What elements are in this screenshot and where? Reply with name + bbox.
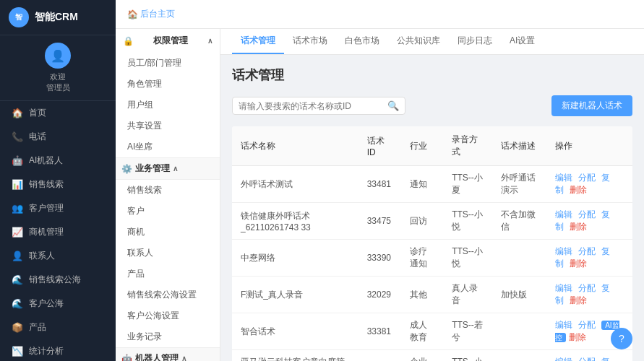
cell-desc: 不含加微信 [492,203,546,240]
cell-industry: 诊疗通知 [401,240,444,277]
assign-button[interactable]: 分配 [578,357,596,361]
sidebar-item-product[interactable]: 📦 产品 [0,316,116,339]
robot-mgmt-section-header[interactable]: 🤖 机器人管理 ∧ [116,347,220,361]
edit-button[interactable]: 编辑 [555,209,572,219]
sec-item-shared-settings[interactable]: 共享设置 [116,116,220,136]
avatar: 👤 [45,43,71,69]
delete-button[interactable]: 删除 [569,332,586,342]
sec-item-contacts2[interactable]: 联系人 [116,243,220,264]
sec-item-staff-dept[interactable]: 员工/部门管理 [116,53,220,74]
sec-item-sales-leads2[interactable]: 销售线索 [116,180,220,201]
app-logo: 智 智能CRM [0,0,116,35]
cell-desc: 外呼通话演示 [492,166,546,203]
sidebar-item-ai-robot[interactable]: 🤖 AI机器人 [0,149,116,173]
top-bar: 🏠 后台主页 [116,0,644,29]
sidebar-item-ai-robot-label: AI机器人 [29,155,63,167]
cell-recording: TTS--小夏 [443,166,492,203]
cell-talk-name: 亚马逊云科技客户意向度筛选 [232,350,359,362]
col-industry: 行业 [401,126,444,166]
assign-button[interactable]: 分配 [578,320,596,330]
page-title: 话术管理 [232,66,632,84]
tab-public-kb[interactable]: 公共知识库 [388,29,449,54]
col-recording: 录音方式 [443,126,492,166]
main-area: 🏠 后台主页 🔒 权限管理 ∧ 员工/部门管理 角色管理 用户组 共享设置 AI… [116,0,644,361]
table-row: F测试_真人录音32029其他真人录音加快版编辑分配复制删除 [232,277,632,313]
assign-button[interactable]: 分配 [578,209,596,219]
product-icon: 📦 [12,322,23,334]
help-button[interactable]: ? [611,328,632,349]
cell-recording: TTS--小悦 [443,350,492,362]
sec-item-business-records[interactable]: 业务记录 [116,326,220,347]
assign-button[interactable]: 分配 [578,246,596,256]
sidebar-item-home-label: 首页 [29,107,46,119]
cell-desc: 加快版 [492,277,546,313]
search-input[interactable] [239,101,385,111]
tab-ai-settings[interactable]: AI设置 [501,29,544,54]
table-row: 中惷网络33390诊疗通知TTS--小悦编辑分配复制删除 [232,240,632,277]
table-row: 镁信健康外呼话术_62110261743 3333475回访TTS--小悦不含加… [232,203,632,240]
cell-recording: TTS--小悦 [443,240,492,277]
sidebar-item-phone-label: 电话 [29,131,46,143]
cell-talk-id: 33481 [359,166,401,203]
new-robot-talk-button[interactable]: 新建机器人话术 [551,95,632,116]
sec-item-customer2[interactable]: 客户 [116,201,220,222]
cell-industry: 通知 [401,166,444,203]
edit-button[interactable]: 编辑 [555,246,572,256]
sidebar-item-sales-leads[interactable]: 📊 销售线索 [0,173,116,196]
sidebar-item-home[interactable]: 🏠 首页 [0,101,116,125]
contacts-icon: 👤 [12,251,23,262]
tab-sync-log[interactable]: 同步日志 [449,29,501,54]
sec-item-sales-public-settings[interactable]: 销售线索公海设置 [116,284,220,305]
business-section-header[interactable]: ⚙️ 业务管理 ∧ [116,157,220,180]
tab-talk-market[interactable]: 话术市场 [284,29,336,54]
assign-button[interactable]: 分配 [578,283,596,293]
sec-item-role-mgmt[interactable]: 角色管理 [116,74,220,95]
sec-item-opportunity[interactable]: 商机 [116,222,220,243]
sidebar-item-contacts[interactable]: 👤 联系人 [0,244,116,268]
breadcrumb-home[interactable]: 🏠 后台主页 [127,8,175,20]
col-talk-name: 话术名称 [232,126,359,166]
sidebar-item-customer-mgmt[interactable]: 👥 客户管理 [0,196,116,220]
assign-button[interactable]: 分配 [578,173,596,183]
edit-button[interactable]: 编辑 [555,320,572,330]
edit-button[interactable]: 编辑 [555,283,572,293]
delete-button[interactable]: 删除 [570,185,587,195]
sec-item-ai-seats[interactable]: AI坐席 [116,136,220,157]
content-wrapper: 🔒 权限管理 ∧ 员工/部门管理 角色管理 用户组 共享设置 AI坐席 ⚙️ 业… [116,29,644,361]
sidebar-item-customer-mgmt-label: 客户管理 [29,202,64,214]
sec-item-user-group[interactable]: 用户组 [116,95,220,116]
sidebar-item-statistics[interactable]: 📉 统计分析 [0,339,116,361]
sidebar-nav: 🏠 首页 📞 电话 🤖 AI机器人 📊 销售线索 👥 客户管理 📈 商机管理 👤… [0,101,116,361]
cell-talk-name: 外呼话术测试 [232,166,359,203]
business-gear-icon: ⚙️ [121,164,132,174]
robot-icon: 🤖 [12,155,23,167]
sec-item-product2[interactable]: 产品 [116,264,220,284]
edit-button[interactable]: 编辑 [555,357,572,361]
tab-whitelist[interactable]: 白色市场 [336,29,388,54]
cell-actions: 编辑分配复制删除 [546,277,632,313]
sidebar-item-product-label: 产品 [29,321,46,334]
cell-desc [492,313,546,350]
sec-item-customer-public-settings[interactable]: 客户公海设置 [116,305,220,326]
robot-mgmt-label: 机器人管理 [135,352,179,361]
cell-talk-id: 33381 [359,313,401,350]
cell-industry: 企业招商 [401,350,444,362]
tab-talk-mgmt[interactable]: 话术管理 [232,29,284,54]
search-icon: 🔍 [387,100,399,111]
cell-talk-name: 中惷网络 [232,240,359,277]
cell-actions: 编辑分配复制删除 [546,240,632,277]
permissions-label: 权限管理 [153,35,188,47]
sidebar-item-merchant-mgmt[interactable]: 📈 商机管理 [0,220,116,244]
sales-icon: 📊 [12,179,23,191]
delete-button[interactable]: 删除 [570,295,587,305]
edit-button[interactable]: 编辑 [555,173,572,183]
delete-button[interactable]: 删除 [570,222,587,232]
permissions-section-header[interactable]: 🔒 权限管理 ∧ [116,29,220,53]
sidebar-item-customer-ocean[interactable]: 🌊 客户公海 [0,292,116,316]
sidebar-item-phone[interactable]: 📞 电话 [0,125,116,149]
delete-button[interactable]: 删除 [570,258,587,269]
app-name: 智能CRM [35,11,78,24]
sidebar-item-sales-ocean[interactable]: 🌊 销售线索公海 [0,268,116,292]
talk-table: 话术名称 话术ID 行业 录音方式 话术描述 操作 外呼话术测试33481通知T… [232,126,632,361]
search-box[interactable]: 🔍 [232,97,405,115]
